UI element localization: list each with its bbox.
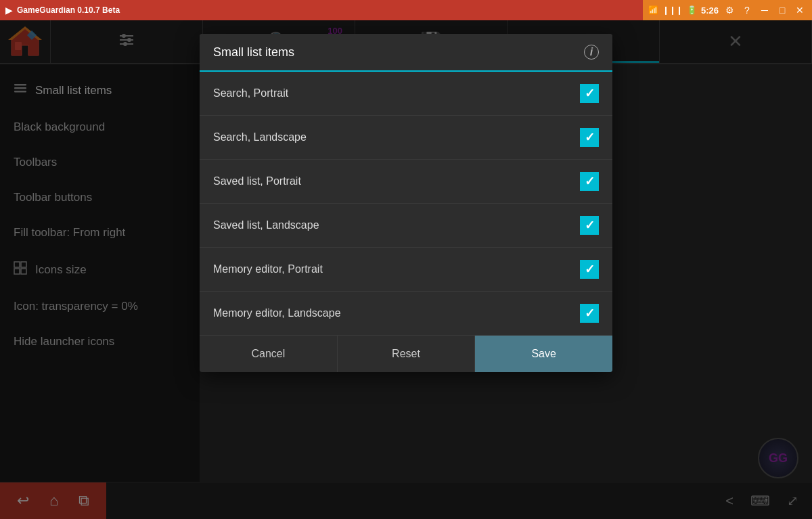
check-icon-3: ✓ — [585, 218, 595, 233]
dialog-row-3: Saved list, Landscape ✓ — [200, 204, 612, 248]
dialog-checkbox-0[interactable]: ✓ — [580, 84, 599, 103]
check-icon-0: ✓ — [585, 86, 595, 101]
dialog-checkbox-2[interactable]: ✓ — [580, 172, 599, 191]
dialog-row-2: Saved list, Portrait ✓ — [200, 160, 612, 204]
cancel-button[interactable]: Cancel — [200, 336, 338, 372]
dialog-row-5: Memory editor, Landscape ✓ — [200, 292, 612, 335]
wifi-icon: 📶 — [648, 5, 658, 15]
signal-icon: ❙❙❙ — [662, 5, 683, 15]
dialog-row-label-4: Memory editor, Portrait — [213, 263, 323, 275]
app-logo-icon: ▶ — [5, 5, 13, 16]
system-time: 5:26 — [701, 5, 719, 16]
dialog: Small list items i Search, Portrait ✓ Se… — [200, 34, 612, 372]
dialog-checkbox-5[interactable]: ✓ — [580, 304, 599, 323]
help-btn[interactable]: ? — [740, 3, 754, 17]
maximize-btn[interactable]: □ — [775, 3, 789, 17]
info-icon[interactable]: i — [584, 45, 599, 60]
dialog-row-label-3: Saved list, Landscape — [213, 219, 319, 231]
dialog-footer: Cancel Reset Save — [200, 335, 612, 372]
dialog-overlay: Small list items i Search, Portrait ✓ Se… — [0, 20, 812, 519]
close-btn[interactable]: ✕ — [793, 3, 807, 17]
dialog-row-4: Memory editor, Portrait ✓ — [200, 248, 612, 292]
title-bar-left: ▶ GameGuardian 0.10.7 Beta — [5, 5, 120, 16]
dialog-checkbox-3[interactable]: ✓ — [580, 216, 599, 235]
dialog-body: Search, Portrait ✓ Search, Landscape ✓ S… — [200, 72, 612, 335]
system-tray: 📶 ❙❙❙ 🔋 5:26 ⚙ ? ─ □ ✕ — [643, 0, 812, 20]
save-button[interactable]: Save — [475, 336, 612, 372]
dialog-title: Small list items — [213, 45, 294, 60]
dialog-checkbox-1[interactable]: ✓ — [580, 128, 599, 147]
dialog-row-label-5: Memory editor, Landscape — [213, 307, 341, 319]
reset-button[interactable]: Reset — [338, 336, 476, 372]
minimize-btn[interactable]: ─ — [758, 3, 771, 17]
battery-icon: 🔋 — [687, 5, 697, 15]
dialog-row-label-0: Search, Portrait — [213, 87, 288, 99]
check-icon-2: ✓ — [585, 174, 595, 189]
check-icon-5: ✓ — [585, 306, 595, 321]
settings-btn[interactable]: ⚙ — [723, 3, 736, 17]
dialog-checkbox-4[interactable]: ✓ — [580, 260, 599, 279]
app-area: 100 🔍 💾 ✕ — [0, 20, 812, 519]
dialog-row-label-1: Search, Landscape — [213, 131, 307, 143]
dialog-row-1: Search, Landscape ✓ — [200, 116, 612, 160]
dialog-row-0: Search, Portrait ✓ — [200, 72, 612, 116]
check-icon-4: ✓ — [585, 262, 595, 277]
title-bar-title: GameGuardian 0.10.7 Beta — [17, 5, 120, 15]
check-icon-1: ✓ — [585, 130, 595, 145]
dialog-header: Small list items i — [200, 34, 612, 72]
dialog-row-label-2: Saved list, Portrait — [213, 175, 301, 187]
